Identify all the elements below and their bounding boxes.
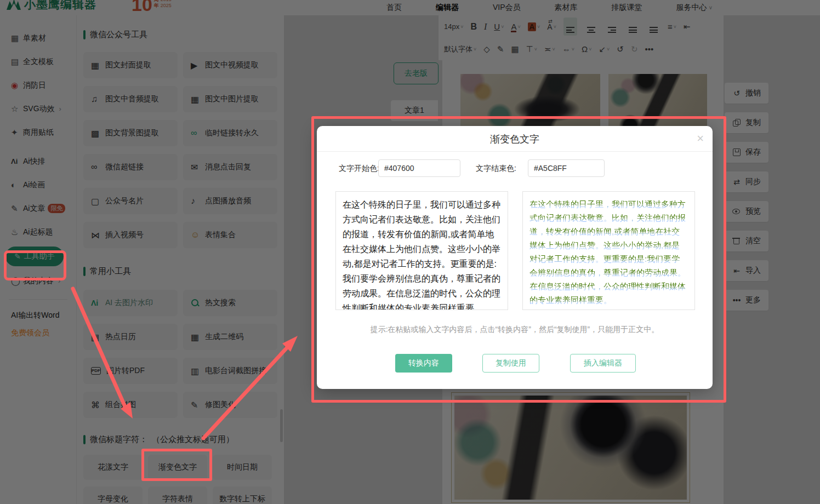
app-screen: 小墨鹰编辑器 10 周年 20152025 首页 编辑器 VIP会员 素材库 排… bbox=[0, 0, 820, 504]
source-text-area[interactable]: 在这个特殊的日子里，我们可以通过多种方式向记者们表达敬意。比如，关注他们的报道，… bbox=[335, 191, 508, 310]
gradient-preview-text: 在这个特殊的日子里，我们可以通过多种方式向记者们表达敬意。比如，关注他们的报道，… bbox=[529, 199, 686, 305]
start-color-label: 文字开始色: bbox=[339, 164, 379, 174]
convert-button[interactable]: 转换内容 bbox=[395, 354, 452, 373]
end-color-label: 文字结束色: bbox=[476, 164, 516, 174]
gradient-preview-box[interactable]: 在这个特殊的日子里，我们可以通过多种方式向记者们表达敬意。比如，关注他们的报道，… bbox=[522, 191, 695, 310]
modal-hint: 提示:在粘贴或输入文字内容后，点击“转换内容”，然后“复制使用”，只能用于正文中… bbox=[317, 325, 713, 335]
start-color-input[interactable] bbox=[378, 159, 460, 177]
insert-editor-button[interactable]: 插入编辑器 bbox=[570, 354, 636, 373]
gradient-text-modal: 渐变色文字 × 文字开始色: 文字结束色: 在这个特殊的日子里，我们可以通过多种… bbox=[317, 126, 713, 389]
modal-title: 渐变色文字 bbox=[317, 126, 713, 152]
end-color-input[interactable] bbox=[528, 159, 605, 177]
close-icon[interactable]: × bbox=[697, 130, 704, 147]
copy-use-button[interactable]: 复制使用 bbox=[482, 354, 539, 373]
